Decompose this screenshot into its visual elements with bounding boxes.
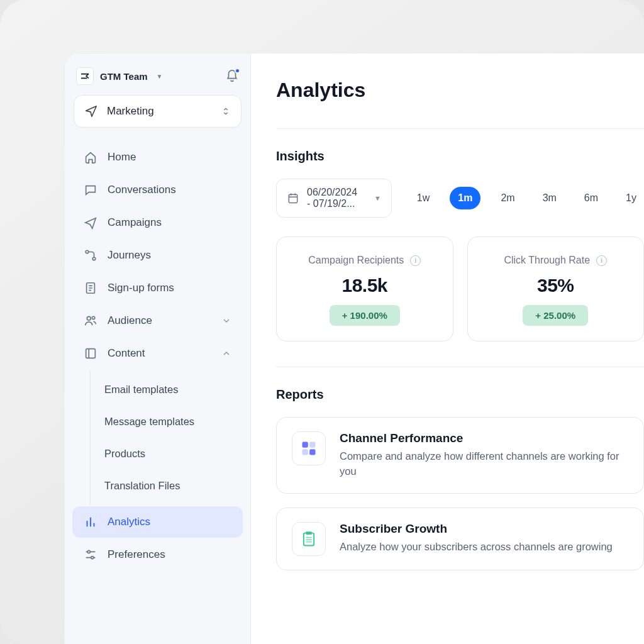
app-logo-icon [76, 67, 94, 85]
insights-heading: Insights [276, 149, 644, 164]
metric-delta: + 190.00% [330, 305, 400, 326]
paper-plane-icon [84, 104, 98, 118]
home-icon [84, 150, 97, 164]
page-title: Analytics [276, 79, 644, 102]
nav-label: Conversations [108, 184, 176, 196]
metric-label: Campaign Recipients [308, 255, 404, 266]
subnav-message-templates[interactable]: Message templates [91, 406, 243, 437]
nav-label: Audience [108, 314, 152, 327]
nav-label: Analytics [108, 516, 150, 528]
report-subscriber-growth[interactable]: Subscriber Growth Analyze how your subsc… [276, 508, 644, 570]
nav-label: Content [108, 347, 145, 360]
workspace-select[interactable]: Marketing [74, 95, 242, 128]
nav-label: Sign-up forms [108, 282, 174, 294]
preferences-icon [84, 548, 97, 562]
report-channel-performance[interactable]: Channel Performance Compare and analyze … [276, 417, 644, 494]
report-title: Subscriber Growth [340, 522, 613, 536]
notifications-button[interactable] [225, 69, 239, 83]
chat-icon [84, 183, 97, 197]
send-icon [84, 216, 97, 230]
team-name: GTM Team [100, 71, 148, 82]
metric-campaign-recipients: Campaign Recipients i 18.5k + 190.00% [276, 236, 453, 341]
content-submenu: Email templates Message templates Produc… [90, 370, 243, 505]
sort-icon [221, 106, 231, 116]
range-2m[interactable]: 2m [493, 187, 522, 209]
nav-journeys[interactable]: Journeys [72, 240, 243, 271]
date-range-picker[interactable]: 06/20/2024 - 07/19/2... ▼ [276, 179, 392, 218]
notification-dot-icon [235, 68, 240, 74]
info-icon[interactable]: i [596, 255, 607, 266]
svg-point-6 [87, 550, 90, 553]
nav-campaigns[interactable]: Campaigns [72, 207, 243, 238]
metric-label: Click Through Rate [504, 255, 590, 266]
clipboard-icon [292, 522, 326, 556]
range-1m[interactable]: 1m [450, 187, 480, 209]
svg-rect-10 [309, 442, 315, 448]
svg-point-7 [91, 557, 94, 559]
content-icon [84, 347, 97, 360]
nav-label: Campaigns [108, 216, 162, 229]
sidebar: GTM Team ▼ Marketing [65, 53, 251, 644]
svg-rect-12 [309, 449, 315, 455]
metric-click-through-rate: Click Through Rate i 35% + 25.00% [467, 236, 645, 341]
workspace-label: Marketing [107, 105, 154, 118]
svg-point-4 [92, 316, 94, 319]
divider [276, 128, 644, 129]
divider [276, 367, 644, 367]
form-icon [84, 281, 97, 295]
metric-delta: + 25.00% [523, 305, 588, 326]
nav-analytics[interactable]: Analytics [72, 506, 243, 538]
primary-nav: Home Conversations Campaigns Journeys Si [72, 142, 243, 570]
svg-rect-14 [306, 531, 311, 535]
svg-rect-8 [289, 194, 297, 203]
svg-point-3 [87, 316, 91, 320]
main-content: Analytics Insights 06/20/2024 - 07/19/2.… [251, 53, 644, 644]
svg-rect-9 [303, 442, 308, 448]
date-range-text: 06/20/2024 - 07/19/2... [307, 187, 362, 209]
report-desc: Compare and analyze how different channe… [340, 449, 628, 479]
svg-point-1 [92, 257, 96, 260]
analytics-icon [84, 515, 97, 529]
svg-rect-5 [86, 349, 96, 358]
range-pills: 1w 1m 2m 3m 6m 1y [409, 187, 644, 209]
chevron-down-icon: ▼ [157, 73, 163, 80]
metric-value: 35% [474, 275, 638, 296]
sidebar-header: GTM Team ▼ [72, 65, 243, 95]
chevron-down-icon [221, 316, 231, 326]
nav-conversations[interactable]: Conversations [72, 174, 243, 206]
nav-label: Journeys [108, 249, 151, 262]
chevron-up-icon [221, 348, 231, 358]
report-desc: Analyze how your subscribers across chan… [340, 540, 613, 555]
audience-icon [84, 314, 97, 328]
svg-rect-11 [303, 449, 308, 455]
journeys-icon [84, 248, 97, 262]
nav-label: Preferences [108, 548, 165, 561]
range-1y[interactable]: 1y [618, 187, 644, 209]
nav-audience[interactable]: Audience [72, 305, 243, 336]
info-icon[interactable]: i [410, 255, 421, 266]
report-title: Channel Performance [340, 431, 628, 445]
nav-signup-forms[interactable]: Sign-up forms [72, 272, 243, 304]
reports-heading: Reports [276, 387, 644, 402]
nav-home[interactable]: Home [72, 142, 243, 173]
app-window: GTM Team ▼ Marketing [65, 53, 644, 644]
metric-row: Campaign Recipients i 18.5k + 190.00% Cl… [276, 236, 644, 341]
svg-point-0 [86, 250, 89, 253]
nav-preferences[interactable]: Preferences [72, 539, 243, 570]
team-switcher[interactable]: GTM Team ▼ [76, 67, 162, 85]
subnav-email-templates[interactable]: Email templates [91, 374, 243, 405]
subnav-products[interactable]: Products [91, 438, 243, 469]
range-6m[interactable]: 6m [577, 187, 606, 209]
chevron-down-icon: ▼ [374, 194, 381, 202]
grid-icon [292, 431, 326, 465]
calendar-icon [287, 192, 299, 204]
insights-controls: 06/20/2024 - 07/19/2... ▼ 1w 1m 2m 3m 6m… [276, 179, 644, 218]
range-3m[interactable]: 3m [535, 187, 564, 209]
range-1w[interactable]: 1w [409, 187, 437, 209]
metric-value: 18.5k [283, 275, 447, 296]
nav-label: Home [108, 151, 136, 164]
nav-content[interactable]: Content [72, 338, 243, 369]
subnav-translation-files[interactable]: Translation Files [91, 470, 243, 501]
